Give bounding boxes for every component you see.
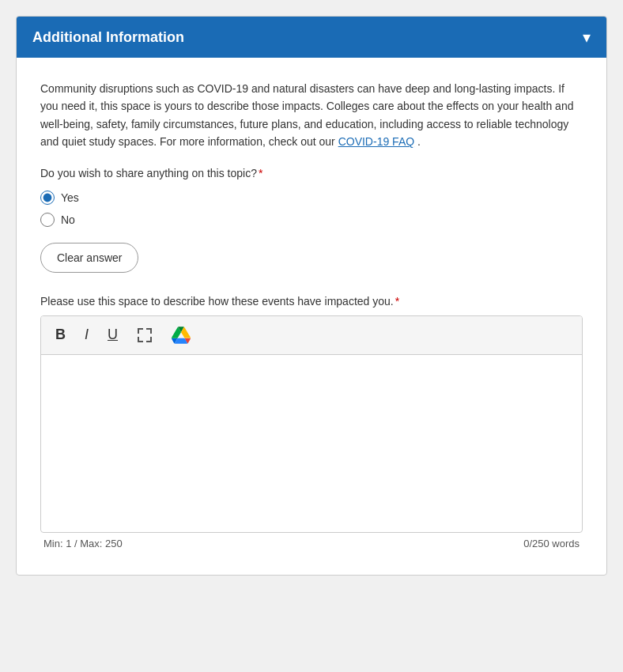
expand-button[interactable] bbox=[134, 326, 156, 345]
radio-group: Yes No bbox=[40, 191, 583, 227]
editor-toolbar: B I U bbox=[41, 316, 582, 355]
radio-no[interactable] bbox=[40, 213, 55, 227]
underline-button[interactable]: U bbox=[104, 325, 121, 345]
radio-yes-label: Yes bbox=[61, 191, 79, 204]
covid-faq-link[interactable]: COVID-19 FAQ bbox=[338, 135, 414, 148]
additional-information-card: Additional Information ▾ Community disru… bbox=[16, 16, 607, 576]
editor-footer: Min: 1 / Max: 250 0/250 words bbox=[40, 533, 583, 551]
textarea-label: Please use this space to describe how th… bbox=[40, 295, 583, 308]
question-label: Do you wish to share anything on this to… bbox=[40, 167, 583, 179]
google-drive-icon bbox=[172, 326, 191, 345]
radio-no-label: No bbox=[61, 213, 75, 226]
editor-container: B I U bbox=[40, 315, 583, 533]
radio-option-yes[interactable]: Yes bbox=[40, 191, 583, 205]
card-title: Additional Information bbox=[32, 29, 184, 46]
essay-textarea[interactable] bbox=[41, 355, 582, 529]
collapse-chevron-icon[interactable]: ▾ bbox=[583, 28, 591, 47]
word-count-min-max: Min: 1 / Max: 250 bbox=[43, 538, 123, 549]
bold-button[interactable]: B bbox=[52, 325, 69, 345]
expand-icon bbox=[137, 327, 153, 343]
radio-yes[interactable] bbox=[40, 191, 55, 205]
card-header: Additional Information ▾ bbox=[17, 17, 606, 58]
clear-answer-button[interactable]: Clear answer bbox=[40, 243, 138, 273]
description-text-after-link: . bbox=[417, 135, 421, 148]
radio-option-no[interactable]: No bbox=[40, 213, 583, 227]
word-count-current: 0/250 words bbox=[523, 538, 580, 549]
description-text-before-link: Community disruptions such as COVID-19 a… bbox=[40, 82, 573, 148]
italic-button[interactable]: I bbox=[81, 325, 92, 345]
description-text: Community disruptions such as COVID-19 a… bbox=[40, 80, 583, 151]
card-body: Community disruptions such as COVID-19 a… bbox=[17, 58, 606, 575]
google-drive-button[interactable] bbox=[168, 324, 194, 346]
